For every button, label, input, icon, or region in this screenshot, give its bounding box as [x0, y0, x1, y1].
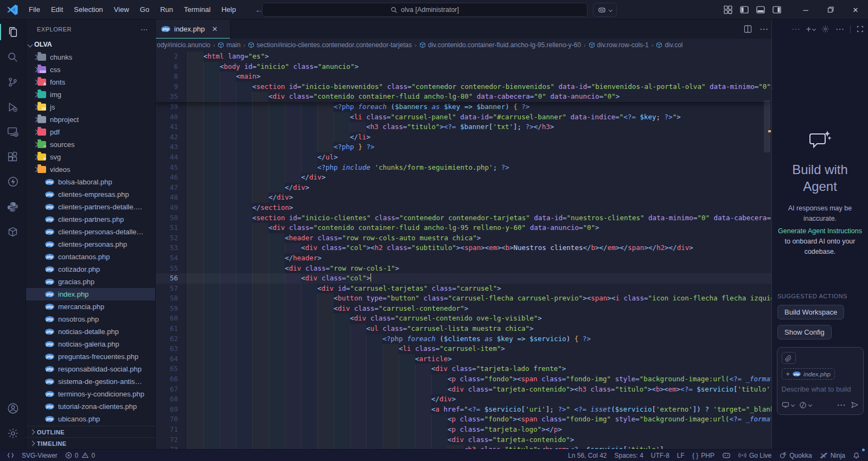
chat-input-box[interactable]: + php index.php Describe what to build [777, 347, 864, 415]
file-cotizador-php[interactable]: phpcotizador.php [26, 263, 155, 276]
folder-sources[interactable]: ‹›sources [26, 138, 155, 151]
maximize-panel-icon[interactable] [857, 25, 864, 33]
folder-nbproject[interactable]: nbproject [26, 113, 155, 126]
folder-chunks[interactable]: chunks [26, 51, 155, 63]
python-icon[interactable] [0, 194, 26, 219]
toggle-secondary-sidebar-icon[interactable] [773, 5, 781, 14]
file-gracias-php[interactable]: phpgracias.php [26, 276, 155, 288]
panel-more-icon[interactable]: ⋯ [792, 24, 800, 34]
source-control-icon[interactable] [0, 69, 26, 94]
send-icon[interactable] [851, 401, 859, 409]
containers-icon[interactable] [0, 219, 26, 244]
file-clientes-partners-php[interactable]: phpclientes-partners.php [26, 213, 155, 226]
file-preguntas-frecuentes-php[interactable]: phppreguntas-frecuentes.php [26, 350, 155, 363]
chat-settings-gear-icon[interactable] [821, 25, 829, 33]
minimize-button[interactable]: ─ [793, 0, 818, 20]
chat-input-placeholder[interactable]: Describe what to build [782, 385, 859, 393]
new-chat-button[interactable]: + [806, 24, 815, 34]
breadcrumb-item[interactable]: main [218, 41, 240, 49]
folder-svg[interactable]: ✶svg [26, 151, 155, 163]
chat-more-icon[interactable]: ⋯ [837, 400, 846, 410]
run-debug-icon[interactable] [0, 94, 26, 119]
file-noticias-galeria-php[interactable]: phpnoticias-galeria.php [26, 338, 155, 350]
file-contactanos-php[interactable]: phpcontactanos.php [26, 251, 155, 263]
breadcrumb-item[interactable]: ody#inicio.anuncio [157, 41, 210, 49]
menu-view[interactable]: View [109, 3, 134, 16]
code-editor[interactable]: 39<?php foreach ($banners as $key => $ba… [156, 52, 771, 449]
folder-pdf[interactable]: pdf [26, 126, 155, 138]
menu-go[interactable]: Go [135, 3, 154, 16]
file-terminos-y-condiciones-php[interactable]: phpterminos-y-condiciones.php [26, 388, 155, 400]
file-clientes-empresas-php[interactable]: phpclientes-empresas.php [26, 188, 155, 201]
folder-fonts[interactable]: Afonts [26, 76, 155, 88]
close-window-button[interactable]: ✕ [843, 0, 868, 20]
file-tutorial-zona-clientes-php[interactable]: phptutorial-zona-clientes.php [26, 400, 155, 413]
folder-js[interactable]: JSjs [26, 101, 155, 113]
show-config-button[interactable]: Show Config [777, 325, 832, 340]
quokka-button[interactable]: Quokka [775, 450, 815, 461]
timeline-section[interactable]: TIMELINE [26, 437, 155, 449]
menu-selection[interactable]: Selection [69, 3, 107, 16]
context-chip-index-php[interactable]: + php index.php [782, 368, 835, 380]
ninja-button[interactable]: Ninja [816, 450, 849, 461]
explorer-icon[interactable] [0, 20, 26, 44]
breadcrumb-item[interactable]: div.contenido.container-fluid.ancho-lg-9… [419, 41, 581, 49]
remote-name[interactable]: SVG-Viewer [18, 450, 61, 461]
menu-edit[interactable]: Edit [46, 3, 68, 16]
copilot-menu-button[interactable] [593, 3, 617, 17]
search-view-icon[interactable] [0, 44, 26, 69]
editor-scrollbar[interactable] [764, 100, 770, 152]
menu-file[interactable]: File [24, 3, 45, 16]
outline-section[interactable]: OUTLINE [26, 426, 155, 438]
encoding[interactable]: UTF-8 [647, 450, 673, 461]
language-mode[interactable]: { }PHP [688, 450, 718, 461]
extensions-icon[interactable] [0, 144, 26, 169]
split-editor-icon[interactable] [744, 25, 752, 33]
file-bolsa-laboral-php[interactable]: phpbolsa-laboral.php [26, 176, 155, 188]
remote-window-button[interactable] [3, 450, 18, 461]
thunder-client-icon[interactable] [0, 169, 26, 194]
attach-context-button[interactable] [782, 352, 796, 364]
chat-mode-picker[interactable] [799, 401, 812, 409]
indentation[interactable]: Spaces: 4 [610, 450, 647, 461]
tab-close-icon[interactable]: ✕ [212, 25, 218, 33]
file-index-php[interactable]: phpindex.php [26, 288, 155, 300]
file-ubicanos-php[interactable]: phpubicanos.php [26, 413, 155, 425]
menu-terminal[interactable]: Terminal [179, 3, 215, 16]
command-center-search[interactable]: olva [Administrator] [262, 3, 588, 17]
copilot-status-button[interactable] [718, 450, 735, 461]
toggle-panel-icon[interactable] [756, 5, 765, 14]
generate-agent-instructions-link[interactable]: Generate Agent Instructions [778, 227, 862, 235]
settings-gear-icon[interactable] [0, 421, 26, 446]
folder-videos[interactable]: videos [26, 163, 155, 176]
folder-css[interactable]: csscss [26, 63, 155, 76]
file-clientes-partners-detalle-php[interactable]: phpclientes-partners-detalle.php [26, 201, 155, 213]
go-live-button[interactable]: Go Live [735, 450, 775, 461]
editor-more-icon[interactable]: ⋯ [760, 24, 768, 34]
menu-run[interactable]: Run [155, 3, 178, 16]
cursor-position[interactable]: Ln 56, Col 42 [564, 450, 610, 461]
notifications-bell[interactable] [849, 450, 864, 461]
file-noticias-detalle-php[interactable]: phpnoticias-detalle.php [26, 325, 155, 338]
toggle-primary-sidebar-icon[interactable] [740, 5, 749, 14]
account-icon[interactable] [0, 396, 26, 421]
breadcrumb-item[interactable]: div.row.row-cols-1 [589, 41, 649, 49]
tab-index-php[interactable]: php index.php ✕ [156, 20, 231, 39]
menu-help[interactable]: Help [216, 3, 241, 16]
file-clientes-personas-detalle-php[interactable]: phpclientes-personas-detalle.php [26, 226, 155, 238]
file-responsabilidad-social-php[interactable]: phpresponsabilidad-social.php [26, 363, 155, 375]
restore-button[interactable] [818, 0, 843, 20]
breadcrumb-item[interactable]: div.col [656, 41, 682, 49]
workspace-root-folder[interactable]: OLVA [26, 39, 155, 50]
file-nosotros-php[interactable]: phpnosotros.php [26, 313, 155, 325]
folder-img[interactable]: img [26, 88, 155, 101]
chat-model-picker[interactable] [782, 401, 794, 408]
file-mercancia-php[interactable]: phpmercancia.php [26, 300, 155, 313]
file-sistema-de-gestion-antisobor-[interactable]: phpsistema-de-gestion-antisobor… [26, 375, 155, 388]
explorer-more-icon[interactable]: ⋯ [141, 25, 149, 34]
build-workspace-button[interactable]: Build Workspace [777, 305, 844, 319]
panel-overflow-icon[interactable]: ⋯ [835, 24, 844, 34]
problems-button[interactable]: 0 0 [61, 450, 99, 461]
remote-explorer-icon[interactable] [0, 119, 26, 144]
breadcrumb-item[interactable]: section#inicio-clientes.contenedor.conte… [248, 41, 412, 49]
